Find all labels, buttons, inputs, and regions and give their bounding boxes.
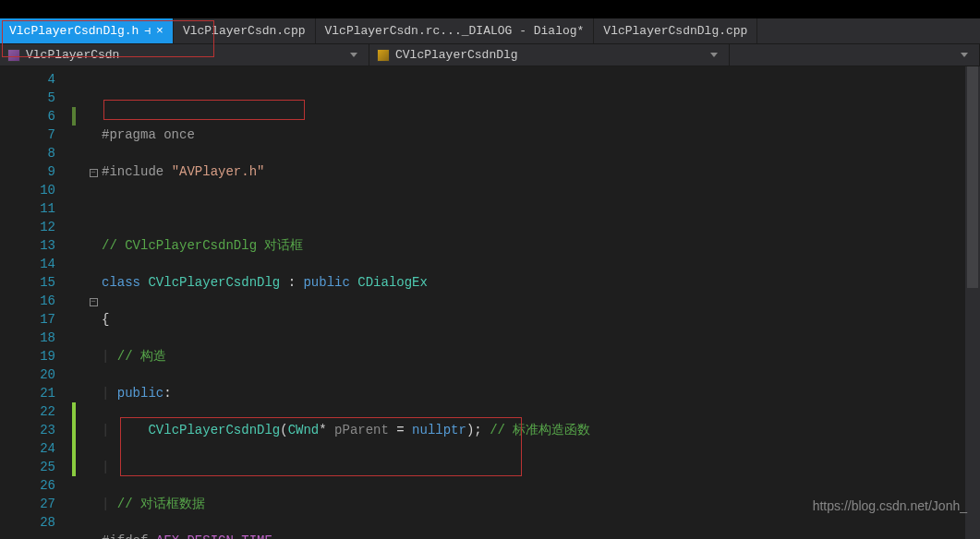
class-icon <box>377 49 390 62</box>
code-area[interactable]: #pragma once #include "AVPlayer.h" // CV… <box>102 66 980 539</box>
tab-label: VlcPlayerCsdnDlg.cpp <box>603 24 747 38</box>
code-line[interactable]: | public: <box>102 384 980 402</box>
navigation-bar: VlcPlayerCsdn CVlcPlayerCsdnDlg <box>0 44 980 66</box>
tab-vlcplayercsdn-cpp[interactable]: VlcPlayerCsdn.cpp <box>174 18 316 43</box>
tab-vlcplayercsdndlg-h[interactable]: VlcPlayerCsdnDlg.h ⊣ × <box>0 18 174 43</box>
scrollbar-thumb[interactable] <box>967 66 978 288</box>
code-editor[interactable]: 4567891011121314151617181920212223242526… <box>0 66 980 539</box>
chevron-down-icon <box>350 53 357 57</box>
watermark: https://blog.csdn.net/Jonh_ <box>813 498 967 513</box>
tab-vlcplayercsdn-rc-dialog[interactable]: VlcPlayerCsdn.rc..._DIALOG - Dialog* <box>316 18 595 43</box>
tab-label: VlcPlayerCsdn.cpp <box>183 24 306 38</box>
scope-class-dropdown[interactable]: CVlcPlayerCsdnDlg <box>369 44 730 66</box>
code-line[interactable]: { <box>102 310 980 329</box>
code-line[interactable] <box>102 199 980 218</box>
tab-label: VlcPlayerCsdn.rc..._DIALOG - Dialog* <box>325 24 585 38</box>
code-line[interactable]: class CVlcPlayerCsdnDlg : public CDialog… <box>102 273 980 292</box>
code-line[interactable] <box>102 89 980 107</box>
code-line[interactable]: // CVlcPlayerCsdnDlg 对话框 <box>102 236 980 255</box>
chevron-down-icon <box>710 53 718 57</box>
fold-gutter[interactable]: −− <box>85 66 102 539</box>
change-marks <box>72 66 85 539</box>
close-icon[interactable]: × <box>156 24 163 38</box>
document-tabs: VlcPlayerCsdnDlg.h ⊣ × VlcPlayerCsdn.cpp… <box>0 18 980 44</box>
code-line[interactable]: | CVlcPlayerCsdnDlg(CWnd* pParent = null… <box>102 421 980 439</box>
scope-member-dropdown[interactable] <box>730 44 980 66</box>
code-line[interactable]: | // 构造 <box>102 347 980 365</box>
title-bar <box>0 0 980 18</box>
code-line[interactable]: #pragma once <box>102 126 980 144</box>
scope-project-dropdown[interactable]: VlcPlayerCsdn <box>0 44 369 66</box>
pin-icon[interactable]: ⊣ <box>144 25 151 37</box>
code-line[interactable]: | <box>102 458 980 476</box>
tab-vlcplayercsdndlg-cpp[interactable]: VlcPlayerCsdnDlg.cpp <box>594 18 757 43</box>
scope-label: VlcPlayerCsdn <box>26 48 119 62</box>
chevron-down-icon <box>961 53 968 57</box>
scope-label: CVlcPlayerCsdnDlg <box>395 48 518 62</box>
line-number-gutter: 4567891011121314151617181920212223242526… <box>0 66 72 539</box>
vertical-scrollbar[interactable] <box>965 66 980 539</box>
code-line[interactable]: #include "AVPlayer.h" <box>102 162 980 181</box>
code-line[interactable]: #ifdef AFX_DESIGN_TIME <box>102 532 980 539</box>
project-icon <box>7 49 20 62</box>
tab-label: VlcPlayerCsdnDlg.h <box>9 24 139 38</box>
